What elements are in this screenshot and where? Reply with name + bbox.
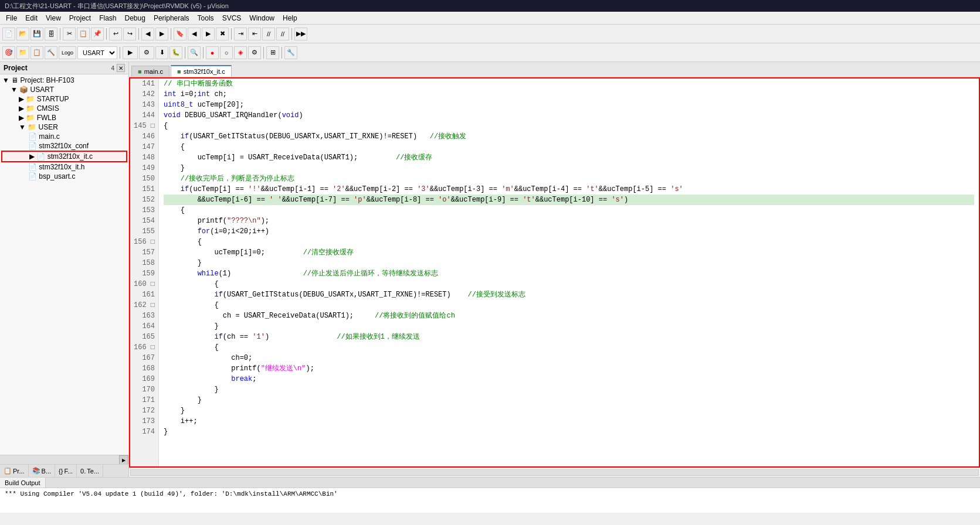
menu-help[interactable]: Help bbox=[279, 13, 301, 23]
ln-160: 160 □ bbox=[134, 279, 155, 289]
tree-user[interactable]: ▼ 📁 USER bbox=[1, 122, 127, 132]
bottom-tab-build-label: Build Output bbox=[5, 479, 40, 486]
tree-main-c-label: main.c bbox=[39, 132, 59, 141]
tree-fwlb[interactable]: ▶ 📁 FWLB bbox=[1, 113, 127, 122]
tree-stm32-conf-icon: 📄 bbox=[28, 142, 39, 150]
tab-main-c-label: main.c bbox=[144, 68, 163, 75]
undo-btn[interactable]: ↩ bbox=[109, 28, 122, 40]
code-lines: // 串口中断服务函数 int i=0;int ch; uint8_t ucTe… bbox=[159, 79, 979, 466]
ln-145: 145 □ bbox=[134, 121, 155, 131]
line-numbers: 141 142 143 144 145 □ 146 147 148 149 15… bbox=[130, 79, 159, 466]
rebuild-btn[interactable]: ⚙ bbox=[139, 46, 154, 59]
bookmark-clear-btn[interactable]: ✖ bbox=[216, 28, 229, 40]
nav-fwd-btn[interactable]: ▶ bbox=[155, 28, 168, 40]
tree-main-c[interactable]: 📄 main.c bbox=[1, 132, 127, 141]
title-bar: D:\工程文件\21-USART - 串口通信(USART接发)\Project… bbox=[0, 0, 980, 12]
ln-151: 151 bbox=[134, 184, 155, 195]
logo-btn[interactable]: Logo bbox=[59, 46, 76, 59]
save-all-btn[interactable]: 🗄 bbox=[45, 28, 57, 40]
tree-startup-label: STARTUP bbox=[37, 95, 69, 103]
target-opts-btn[interactable]: 🎯 bbox=[2, 46, 15, 59]
paste-btn[interactable]: 📌 bbox=[91, 28, 104, 40]
bottom-panel: Build Output *** Using Compiler 'V5.04 u… bbox=[0, 477, 980, 512]
tab-main-c[interactable]: ■ main.c bbox=[131, 66, 169, 77]
bookmark-next-btn[interactable]: ▶ bbox=[202, 28, 215, 40]
tree-cmsis[interactable]: ▶ 📁 CMSIS bbox=[1, 104, 127, 113]
tree-user-label: USER bbox=[39, 123, 58, 131]
sep11 bbox=[282, 47, 282, 59]
ln-173: 173 bbox=[134, 416, 155, 427]
sb-tab-templates[interactable]: 0. Te... bbox=[77, 465, 103, 477]
ln-170: 170 bbox=[134, 384, 155, 395]
ln-169: 169 bbox=[134, 374, 155, 384]
redo-btn[interactable]: ↪ bbox=[123, 28, 136, 40]
code-line-171: } bbox=[164, 395, 974, 405]
scroll-right-btn[interactable]: ▶ bbox=[119, 455, 128, 465]
bookmark-btn[interactable]: 🔖 bbox=[174, 28, 186, 40]
layer-btn[interactable]: 📋 bbox=[30, 46, 43, 59]
tree-stm32-conf[interactable]: 📄 stm32f10x_conf bbox=[1, 141, 127, 151]
editor-hscroll[interactable] bbox=[129, 468, 980, 477]
tree-stm32-conf-label: stm32f10x_conf bbox=[39, 142, 89, 150]
indent-btn[interactable]: ⇥ bbox=[234, 28, 247, 40]
bottom-tab-build[interactable]: Build Output bbox=[0, 478, 46, 488]
settings-btn[interactable]: ⚙ bbox=[248, 46, 261, 59]
tree-fwlb-expand: ▶ bbox=[19, 114, 26, 122]
ln-174: 174 bbox=[134, 427, 155, 437]
tree-cmsis-label: CMSIS bbox=[37, 104, 59, 112]
menu-edit[interactable]: Edit bbox=[22, 13, 41, 23]
tree-startup[interactable]: ▶ 📁 STARTUP bbox=[1, 94, 127, 104]
tree-stm32-it-c[interactable]: ▶ 📄 stm32f10x_it.c bbox=[1, 151, 127, 162]
wrench-btn[interactable]: 🔧 bbox=[284, 46, 297, 59]
sb-tab-project[interactable]: 📋 Pr... bbox=[0, 465, 29, 477]
menu-flash[interactable]: Flash bbox=[96, 13, 120, 23]
menu-project[interactable]: Project bbox=[66, 13, 94, 23]
tree-usart[interactable]: ▼ 📦 USART bbox=[1, 85, 127, 94]
tree-project-root[interactable]: ▼ 🖥 Project: BH-F103 bbox=[1, 76, 127, 85]
target-select[interactable]: USART bbox=[77, 46, 117, 59]
build-btn[interactable]: ▶ bbox=[123, 46, 138, 59]
sb-tab-templates-icon: 0. bbox=[80, 468, 86, 475]
menu-svcs[interactable]: SVCS bbox=[219, 13, 245, 23]
rec-run-btn[interactable]: ◈ bbox=[234, 46, 247, 59]
project-close-btn[interactable]: ✕ bbox=[117, 64, 125, 72]
debug-btn[interactable]: 🐛 bbox=[169, 46, 182, 59]
menu-file[interactable]: File bbox=[2, 13, 21, 23]
menu-tools[interactable]: Tools bbox=[194, 13, 218, 23]
manage-btn[interactable]: 📁 bbox=[16, 46, 29, 59]
rec-stop-btn[interactable]: ○ bbox=[220, 46, 233, 59]
code-editor[interactable]: 141 142 143 144 145 □ 146 147 148 149 15… bbox=[129, 77, 980, 468]
nav-back-btn[interactable]: ◀ bbox=[141, 28, 154, 40]
grid-btn[interactable]: ⊞ bbox=[266, 46, 279, 59]
new-file-btn[interactable]: 📄 bbox=[2, 28, 15, 40]
tree-bsp-usart-c[interactable]: 📄 bsp_usart.c bbox=[1, 172, 127, 181]
cut-btn[interactable]: ✂ bbox=[63, 28, 76, 40]
comment-btn[interactable]: // bbox=[262, 28, 275, 40]
menu-peripherals[interactable]: Peripherals bbox=[150, 13, 193, 23]
ln-150: 150 bbox=[134, 173, 155, 184]
sb-tab-functions[interactable]: {} F... bbox=[55, 465, 77, 477]
code-line-163: ch = USART_ReceiveData(USART1); //将接收到的值… bbox=[164, 311, 974, 321]
uncomment-btn[interactable]: // bbox=[276, 28, 289, 40]
bookmark-prev-btn[interactable]: ◀ bbox=[188, 28, 201, 40]
download-btn[interactable]: ⬇ bbox=[155, 46, 168, 59]
record-btn[interactable]: ● bbox=[206, 46, 219, 59]
search-btn[interactable]: 🔍 bbox=[188, 46, 201, 59]
sb-tab-functions-label: F... bbox=[64, 468, 73, 475]
menu-debug[interactable]: Debug bbox=[121, 13, 149, 23]
menu-window[interactable]: Window bbox=[246, 13, 278, 23]
tab-stm32-it-c[interactable]: ■ stm32f10x_it.c bbox=[171, 65, 232, 77]
sidebar-hscroll[interactable]: ▶ bbox=[0, 455, 128, 464]
ln-153: 153 bbox=[134, 205, 155, 216]
tree-stm32-it-h[interactable]: 📄 stm32f10x_it.h bbox=[1, 162, 127, 172]
copy-btn[interactable]: 📋 bbox=[77, 28, 90, 40]
sb-tab-books[interactable]: 📚 B... bbox=[29, 465, 56, 477]
unindent-btn[interactable]: ⇤ bbox=[248, 28, 261, 40]
ln-163: 163 bbox=[134, 311, 155, 321]
code-line-141: // 串口中断服务函数 bbox=[164, 79, 974, 89]
translate-btn[interactable]: 🔨 bbox=[45, 46, 57, 59]
menu-view[interactable]: View bbox=[42, 13, 65, 23]
save-btn[interactable]: 💾 bbox=[30, 28, 43, 40]
run-to-btn[interactable]: ▶▶ bbox=[294, 28, 307, 40]
open-btn[interactable]: 📂 bbox=[16, 28, 29, 40]
